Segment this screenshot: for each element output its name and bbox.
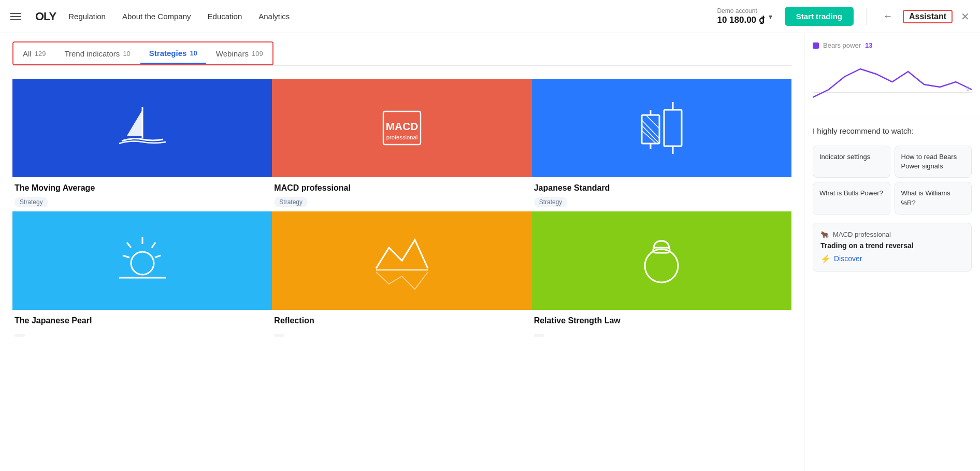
card-image-reflection (272, 211, 531, 310)
card-image-japanese (532, 79, 791, 177)
tab-trend-indicators[interactable]: Trend indicators 10 (55, 42, 139, 64)
bottom-card-title: Trading on a trend reversal (820, 241, 964, 250)
main-layout: All 129 Trend indicators 10 Strategies 1… (0, 33, 980, 471)
assistant-section: ← Assistant ✕ (879, 8, 972, 25)
card-tag-reflection (274, 334, 284, 337)
tab-webinars[interactable]: Webinars 109 (207, 42, 272, 64)
card-title-rsl: Relative Strength Law (534, 316, 789, 325)
card-tag-rsl (534, 334, 544, 337)
card-reflection[interactable]: Reflection (272, 211, 531, 343)
demo-account-widget: Demo account 10 180.00 ₫ ▾ (717, 7, 772, 25)
suggestion-bulls-power[interactable]: What is Bulls Power? (813, 182, 890, 214)
card-info-japanese: Japanese Standard Strategy (532, 177, 791, 211)
logo: OLY (35, 10, 56, 23)
svg-text:MACD: MACD (386, 120, 418, 132)
chart-area: Bears power 13 0 (804, 33, 980, 119)
card-tag-macd: Strategy (274, 197, 308, 207)
suggestion-indicator-settings[interactable]: Indicator settings (813, 146, 890, 178)
start-trading-button[interactable]: Start trading (785, 7, 854, 26)
card-image-macd: MACD professional (272, 79, 531, 177)
svg-line-5 (642, 125, 659, 144)
bottom-card-icon: 🐂 (820, 231, 829, 238)
left-content: All 129 Trend indicators 10 Strategies 1… (0, 33, 804, 471)
card-info-reflection: Reflection (272, 310, 531, 343)
card-info-pearl: The Japanese Pearl (12, 310, 272, 343)
assistant-panel: Bears power 13 0 I highly recommend to w… (804, 33, 980, 471)
svg-line-16 (155, 255, 161, 258)
discover-label: Discover (834, 254, 862, 263)
card-tag-moving-average: Strategy (15, 197, 48, 207)
recommend-title: I highly recommend to watch: (813, 126, 972, 135)
card-title-reflection: Reflection (274, 316, 529, 325)
cards-grid: The Moving Average Strategy MACD profess… (12, 79, 791, 343)
card-moving-average[interactable]: The Moving Average Strategy (12, 79, 272, 211)
svg-line-17 (127, 242, 131, 248)
tabs-outlined-group: All 129 Trend indicators 10 Strategies 1… (12, 41, 273, 65)
suggestion-bears-power[interactable]: How to read Bears Power signals (895, 146, 972, 178)
svg-point-13 (131, 252, 154, 275)
app-header: OLY Regulation About the Company Educati… (0, 0, 980, 33)
demo-account-amount: 10 180.00 ₫ (717, 15, 764, 25)
demo-account-label: Demo account (717, 7, 764, 15)
nav-analytics[interactable]: Analytics (258, 12, 290, 21)
nav-regulation[interactable]: Regulation (68, 12, 106, 21)
demo-dropdown-arrow[interactable]: ▾ (769, 12, 772, 21)
svg-line-15 (152, 242, 155, 248)
tabs-container: All 129 Trend indicators 10 Strategies 1… (12, 33, 791, 66)
tab-all[interactable]: All 129 (13, 42, 55, 64)
card-macd[interactable]: MACD professional MACD professional Stra… (272, 79, 531, 211)
svg-point-21 (645, 249, 678, 282)
card-tag-japanese: Strategy (534, 197, 568, 207)
card-japanese-pearl[interactable]: The Japanese Pearl (12, 211, 272, 343)
card-title-macd: MACD professional (274, 183, 529, 193)
chart-legend-dot (813, 42, 819, 49)
recommend-section: I highly recommend to watch: (804, 119, 980, 146)
card-japanese-standard[interactable]: Japanese Standard Strategy (532, 79, 791, 211)
nav-about[interactable]: About the Company (122, 12, 191, 21)
back-button[interactable]: ← (879, 9, 897, 24)
card-image-rsl (532, 211, 791, 310)
card-info-rsl: Relative Strength Law (532, 310, 791, 343)
assistant-label: Assistant (903, 10, 953, 23)
discover-button[interactable]: ⚡ Discover (820, 254, 964, 264)
card-rsl[interactable]: Relative Strength Law (532, 211, 791, 343)
svg-text:0: 0 (967, 85, 970, 92)
close-button[interactable]: ✕ (959, 8, 972, 25)
card-title-moving-average: The Moving Average (15, 183, 270, 193)
suggestion-williams[interactable]: What is Williams %R? (895, 182, 972, 214)
svg-text:professional: professional (386, 134, 417, 140)
chart-legend-label: Bears power (823, 41, 861, 49)
svg-rect-10 (664, 110, 682, 146)
chart-legend: Bears power 13 (813, 41, 972, 49)
card-image-moving-average (12, 79, 272, 177)
chart-legend-number: 13 (865, 41, 872, 49)
tab-strategies[interactable]: Strategies 10 (140, 42, 207, 64)
card-tag-pearl (15, 334, 25, 337)
nav-education[interactable]: Education (208, 12, 242, 21)
suggestions-grid: Indicator settings How to read Bears Pow… (804, 146, 980, 219)
card-info-moving-average: The Moving Average Strategy (12, 177, 272, 211)
hamburger-menu[interactable] (8, 11, 23, 22)
header-divider (866, 8, 867, 25)
svg-line-18 (123, 255, 129, 258)
bottom-recommendation-card[interactable]: 🐂 MACD professional Trading on a trend r… (813, 223, 972, 272)
bolt-icon: ⚡ (820, 254, 831, 264)
bottom-card-header: 🐂 MACD professional (820, 231, 964, 238)
card-image-pearl (12, 211, 272, 310)
card-title-pearl: The Japanese Pearl (15, 316, 270, 325)
bottom-card-header-text: MACD professional (833, 231, 891, 238)
chart-container: 0 (813, 53, 972, 110)
main-nav: Regulation About the Company Education A… (68, 12, 704, 21)
card-info-macd: MACD professional Strategy (272, 177, 531, 211)
svg-line-4 (642, 120, 659, 138)
card-title-japanese: Japanese Standard (534, 183, 789, 193)
